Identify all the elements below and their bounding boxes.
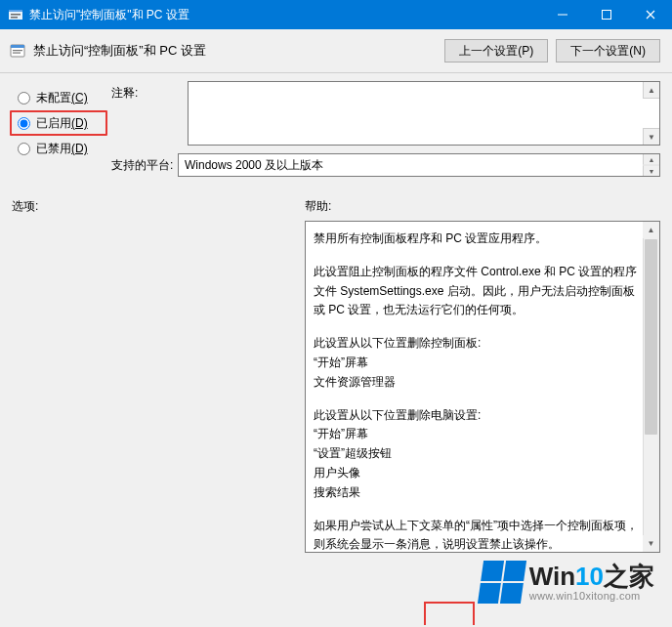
maximize-button[interactable] (584, 0, 628, 29)
state-radio-group: 未配置(C) 已启用(D) 已禁用(D) (12, 81, 105, 161)
minimize-button[interactable] (540, 0, 584, 29)
comment-label: 注释: (111, 81, 182, 102)
radio-enabled-input[interactable] (18, 117, 30, 130)
app-icon (8, 7, 23, 22)
supported-platform-value[interactable]: Windows 2000 及以上版本 ▲ ▼ (178, 153, 660, 177)
watermark-text: Win10之家 www.win10xitong.com (529, 564, 654, 602)
help-paragraph: 此设置从以下位置删除电脑设置: “开始”屏幕 “设置”超级按钮 用户头像 搜索结… (314, 406, 638, 503)
window-titlebar: 禁止访问"控制面板"和 PC 设置 (0, 0, 672, 29)
help-paragraph: 禁用所有控制面板程序和 PC 设置应用程序。 (314, 230, 638, 249)
svg-rect-7 (11, 45, 24, 48)
annotation-highlight (424, 602, 475, 625)
header-row: 禁止访问“控制面板”和 PC 设置 上一个设置(P) 下一个设置(N) (0, 29, 672, 68)
watermark: Win10之家 www.win10xitong.com (481, 561, 654, 604)
scroll-down-icon[interactable]: ▼ (643, 165, 659, 176)
svg-rect-4 (558, 15, 567, 16)
supported-platform-text: Windows 2000 及以上版本 (185, 158, 323, 172)
help-paragraph: 此设置阻止控制面板的程序文件 Control.exe 和 PC 设置的程序文件 … (314, 263, 638, 320)
help-paragraph: 此设置从以下位置删除控制面板: “开始”屏幕 文件资源管理器 (314, 334, 638, 392)
radio-enabled-label: 已启用(D) (36, 115, 88, 132)
help-textbox[interactable]: 禁用所有控制面板程序和 PC 设置应用程序。 此设置阻止控制面板的程序文件 Co… (305, 221, 660, 553)
svg-rect-2 (11, 14, 21, 16)
next-setting-button[interactable]: 下一个设置(N) (556, 39, 660, 63)
scrollbar-thumb[interactable] (645, 239, 657, 435)
options-label: 选项: (12, 198, 275, 215)
scroll-down-icon[interactable]: ▼ (643, 128, 659, 145)
policy-icon (10, 43, 25, 59)
help-label: 帮助: (305, 198, 660, 215)
svg-rect-8 (13, 50, 22, 51)
window-title: 禁止访问"控制面板"和 PC 设置 (29, 7, 540, 23)
help-paragraph: 如果用户尝试从上下文菜单的“属性”项中选择一个控制面板项，则系统会显示一条消息，… (314, 517, 638, 553)
supported-platform-label: 支持的平台: (111, 157, 178, 174)
close-button[interactable] (628, 0, 672, 29)
window-controls (540, 0, 672, 29)
svg-rect-5 (602, 11, 610, 20)
scroll-up-icon[interactable]: ▲ (643, 82, 659, 99)
scroll-down-icon[interactable]: ▼ (643, 535, 659, 552)
policy-title: 禁止访问“控制面板”和 PC 设置 (33, 42, 437, 60)
radio-disabled-input[interactable] (18, 143, 30, 155)
scroll-up-icon[interactable]: ▲ (643, 154, 659, 165)
radio-not-configured[interactable]: 未配置(C) (12, 85, 105, 110)
radio-not-configured-input[interactable] (18, 92, 30, 104)
radio-enabled[interactable]: 已启用(D) (10, 110, 107, 136)
previous-setting-button[interactable]: 上一个设置(P) (444, 39, 548, 63)
radio-disabled-label: 已禁用(D) (36, 141, 88, 157)
svg-rect-1 (9, 10, 22, 12)
radio-disabled[interactable]: 已禁用(D) (12, 136, 105, 161)
svg-rect-9 (13, 53, 21, 54)
svg-rect-3 (11, 17, 18, 19)
scroll-up-icon[interactable]: ▲ (643, 222, 659, 238)
radio-not-configured-label: 未配置(C) (36, 90, 88, 106)
watermark-logo-icon (478, 561, 526, 604)
comment-textbox[interactable]: ▲ ▼ (188, 81, 660, 146)
